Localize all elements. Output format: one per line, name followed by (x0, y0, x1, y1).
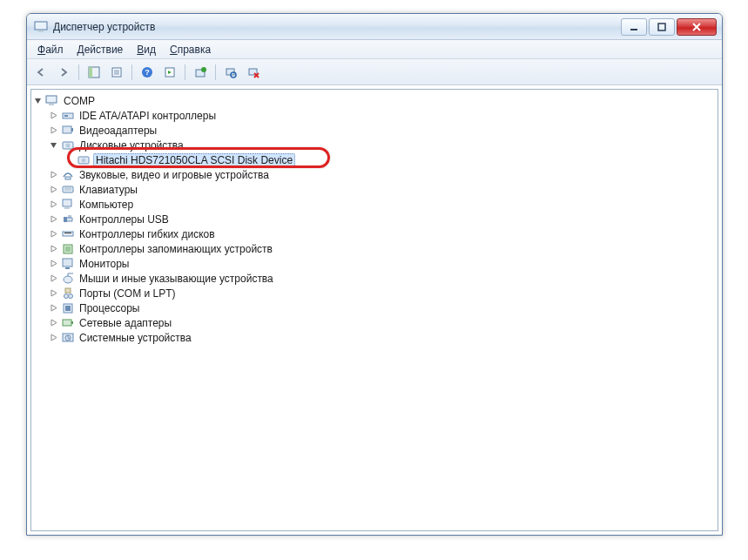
tree-item-label: Звуковые, видео и игровые устройства (77, 169, 271, 181)
scan-hardware-button[interactable] (220, 62, 241, 83)
svg-rect-23 (71, 128, 73, 132)
toolbar-separator (131, 64, 132, 80)
category-icon (61, 183, 75, 197)
svg-rect-44 (65, 288, 71, 293)
tree-root[interactable]: COMP (33, 93, 716, 108)
expand-icon[interactable] (49, 304, 57, 313)
category-icon (61, 301, 75, 315)
category-icon (61, 331, 75, 345)
tree-item[interactable]: Видеоадаптеры (49, 123, 716, 138)
collapse-icon[interactable] (49, 141, 57, 150)
tree-item-label: Системные устройства (77, 332, 193, 344)
svg-text:?: ? (145, 68, 150, 77)
svg-point-45 (64, 293, 69, 298)
tree-item[interactable]: Порты (COM и LPT) (49, 286, 716, 300)
expand-icon[interactable] (49, 334, 57, 342)
expand-icon[interactable] (49, 186, 57, 194)
show-hide-tree-button[interactable] (84, 62, 104, 83)
tree-item[interactable]: Звуковые, видео и игровые устройства (49, 167, 716, 182)
tree-item[interactable]: Контроллеры запоминающих устройств (49, 241, 716, 256)
svg-rect-32 (63, 199, 71, 206)
svg-rect-18 (46, 96, 57, 103)
tree-item[interactable]: Контроллеры гибких дисков (49, 226, 716, 241)
svg-rect-33 (64, 207, 70, 209)
svg-rect-37 (63, 232, 73, 236)
expand-icon[interactable] (49, 230, 57, 239)
maximize-button[interactable] (649, 18, 675, 36)
tree-item[interactable]: Мониторы (49, 256, 716, 271)
tree-item[interactable]: Сетевые адаптеры (49, 315, 716, 330)
svg-rect-5 (89, 67, 92, 78)
uninstall-button[interactable] (243, 62, 264, 83)
expand-icon[interactable] (49, 274, 57, 283)
nav-back-button[interactable] (30, 62, 51, 83)
expand-icon[interactable] (49, 260, 57, 268)
close-button[interactable] (677, 18, 717, 36)
category-icon (61, 287, 75, 300)
expand-icon[interactable] (49, 245, 57, 253)
tree-item-label: Клавиатуры (77, 184, 139, 196)
tree-item[interactable]: Компьютер (49, 197, 716, 212)
expand-icon[interactable] (49, 111, 57, 120)
svg-rect-19 (49, 104, 54, 105)
expand-icon[interactable] (49, 200, 57, 209)
svg-rect-40 (65, 246, 71, 252)
update-driver-button[interactable] (190, 62, 211, 83)
tree-item-disk[interactable]: Hitachi HDS721050CLA SCSI Disk Device (64, 152, 716, 167)
expand-icon[interactable] (49, 289, 57, 298)
collapse-icon[interactable] (33, 97, 42, 105)
tree-item-label: Мыши и иные указывающие устройства (77, 273, 275, 285)
tree-item[interactable]: Клавиатуры (49, 182, 716, 197)
svg-rect-50 (71, 321, 73, 324)
tree-item-label: Контроллеры гибких дисков (77, 228, 217, 240)
svg-rect-34 (64, 217, 67, 222)
action-button[interactable] (159, 62, 180, 83)
tree-item[interactable]: Мыши и иные указывающие устройства (49, 271, 716, 286)
tree-item-label: Сетевые адаптеры (77, 317, 173, 329)
toolbar-separator (78, 64, 79, 80)
toolbar-separator (215, 64, 216, 80)
category-icon (61, 213, 75, 226)
svg-point-27 (82, 158, 86, 162)
tree-root-label: COMP (62, 95, 97, 107)
svg-rect-0 (35, 22, 47, 30)
tree-item[interactable]: Контроллеры USB (49, 212, 716, 226)
nav-forward-button[interactable] (53, 62, 74, 83)
tree-item[interactable]: Системные устройства (49, 330, 716, 345)
titlebar[interactable]: Диспетчер устройств (27, 14, 722, 40)
toolbar: ? (27, 59, 722, 85)
svg-rect-48 (65, 306, 71, 311)
svg-rect-38 (64, 233, 71, 233)
category-icon (61, 272, 75, 286)
expand-icon[interactable] (49, 319, 57, 327)
category-icon (61, 257, 75, 271)
window-title: Диспетчер устройств (53, 21, 619, 33)
tree-item[interactable]: Дисковые устройства (49, 138, 716, 152)
svg-rect-21 (64, 115, 68, 117)
expand-icon[interactable] (49, 171, 57, 179)
tree-item[interactable]: IDE ATA/ATAPI контроллеры (49, 108, 716, 123)
category-icon (61, 242, 75, 256)
menu-file[interactable]: Файл (30, 42, 71, 57)
svg-rect-49 (63, 320, 71, 326)
svg-rect-2 (630, 29, 637, 30)
category-icon (61, 138, 75, 152)
sysbuttons (619, 18, 717, 36)
menu-view[interactable]: Вид (130, 42, 163, 57)
tree-item-label: Контроллеры запоминающих устройств (77, 243, 274, 255)
svg-rect-3 (658, 24, 665, 30)
device-tree-panel[interactable]: COMP IDE ATA/ATAPI контроллерыВидеоадапт… (30, 89, 718, 531)
svg-rect-28 (65, 177, 71, 179)
expand-icon[interactable] (49, 215, 57, 224)
svg-point-14 (201, 67, 206, 72)
tree-item-label: Дисковые устройства (77, 139, 185, 152)
svg-rect-22 (63, 126, 71, 133)
help-button[interactable]: ? (137, 62, 158, 83)
menu-help[interactable]: Справка (163, 42, 218, 57)
tree-item[interactable]: Процессоры (49, 300, 716, 315)
minimize-button[interactable] (621, 18, 647, 36)
category-icon (61, 109, 75, 123)
expand-icon[interactable] (49, 126, 57, 135)
properties-button[interactable] (106, 62, 127, 83)
menu-action[interactable]: Действие (71, 42, 131, 57)
